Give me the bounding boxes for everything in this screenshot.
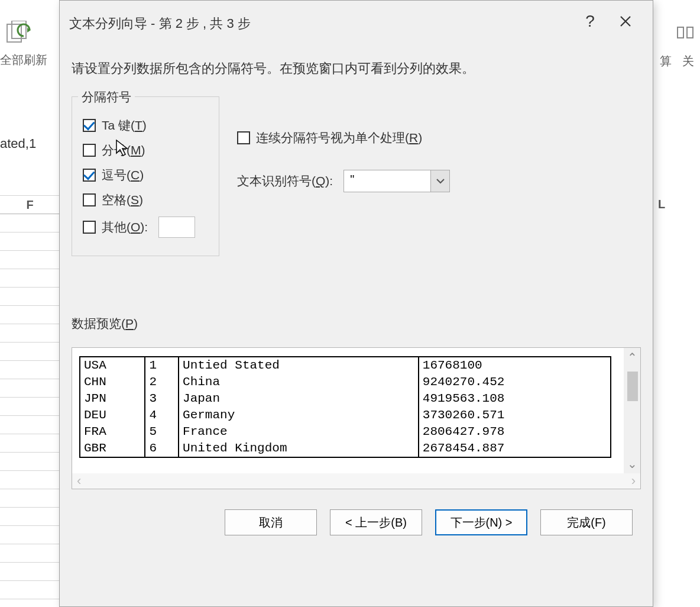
checkbox-tab-label: Ta 键(T) — [102, 117, 147, 134]
preview-horizontal-scrollbar[interactable]: ‹ › — [72, 473, 640, 489]
table-cell: 3730260.571 — [419, 407, 611, 424]
table-row: DEU4Germany3730260.571 — [80, 407, 611, 424]
ribbon-refresh-label[interactable]: 全部刷新 — [0, 52, 47, 68]
table-cell: JPN — [80, 390, 145, 407]
table-cell: USA — [80, 357, 145, 374]
text-to-columns-wizard-dialog: 文本分列向导 - 第 2 步 , 共 3 步 ? 请设置分列数据所包含的分隔符号… — [59, 0, 653, 607]
help-button[interactable]: ? — [572, 7, 608, 36]
next-button[interactable]: 下一步(N) > — [435, 509, 527, 535]
table-cell: 5 — [145, 424, 179, 440]
checkbox-other-label: 其他(O): — [102, 219, 148, 235]
table-row: FRA5France2806427.978 — [80, 424, 611, 440]
other-delimiter-input[interactable] — [158, 217, 195, 238]
table-cell: 4 — [145, 407, 179, 424]
table-cell: United Kingdom — [179, 440, 419, 457]
data-preview-table: USA1Untied Stated16768100CHN2China924027… — [79, 356, 611, 458]
column-header-l[interactable]: L — [656, 195, 667, 214]
scroll-thumb[interactable] — [627, 372, 638, 401]
back-button[interactable]: < 上一步(B) — [330, 509, 422, 535]
checkbox-semicolon-row[interactable]: 分号(M) — [83, 142, 208, 159]
table-cell: 2 — [145, 374, 179, 390]
finish-button[interactable]: 完成(F) — [540, 509, 633, 535]
table-cell: Japan — [179, 390, 419, 407]
dialog-titlebar: 文本分列向导 - 第 2 步 , 共 3 步 ? — [60, 1, 653, 42]
data-preview-label: 数据预览(P) — [72, 315, 641, 332]
formula-bar-fragment: ated,1 — [0, 136, 36, 151]
checkbox-comma-row[interactable]: 逗号(C) — [83, 167, 208, 183]
instruction-text: 请设置分列数据所包含的分隔符号。在预览窗口内可看到分列的效果。 — [72, 60, 641, 78]
svg-rect-1 — [12, 21, 26, 38]
checkbox-tab-row[interactable]: Ta 键(T) — [83, 117, 208, 134]
text-qualifier-value[interactable]: " — [344, 170, 430, 192]
column-header-f[interactable]: F — [0, 196, 60, 214]
ribbon-calc-label[interactable]: 算 — [660, 53, 672, 69]
table-cell: 6 — [145, 440, 179, 457]
checkbox-consecutive[interactable] — [237, 131, 250, 144]
close-button[interactable] — [608, 7, 643, 36]
checkbox-space-row[interactable]: 空格(S) — [83, 192, 208, 208]
ribbon-right-icon — [676, 24, 694, 44]
table-cell: GBR — [80, 440, 145, 457]
table-row: GBR6United Kingdom2678454.887 — [80, 440, 611, 457]
table-row: CHN2China9240270.452 — [80, 374, 611, 390]
table-cell: 9240270.452 — [419, 374, 611, 390]
cancel-button[interactable]: 取消 — [225, 509, 317, 535]
delimiters-group-title: 分隔符号 — [78, 89, 135, 105]
table-cell: Untied Stated — [179, 357, 419, 374]
table-cell: FRA — [80, 424, 145, 440]
checkbox-other[interactable] — [83, 221, 96, 234]
delimiters-group: 分隔符号 Ta 键(T) 分号(M) 逗号(C) — [72, 96, 219, 256]
table-cell: DEU — [80, 407, 145, 424]
spreadsheet-grid[interactable]: F — [0, 195, 60, 599]
table-cell: 4919563.108 — [419, 390, 611, 407]
scroll-right-icon[interactable]: › — [631, 473, 636, 489]
chevron-down-icon[interactable] — [430, 170, 449, 192]
checkbox-consecutive-label: 连续分隔符号视为单个处理(R) — [256, 130, 422, 146]
checkbox-semicolon[interactable] — [83, 144, 96, 157]
checkbox-semicolon-label: 分号(M) — [102, 142, 145, 159]
ribbon-refresh-icon[interactable] — [1, 21, 37, 50]
preview-vertical-scrollbar[interactable]: ⌃ ⌄ — [624, 348, 640, 473]
scroll-left-icon[interactable]: ‹ — [77, 473, 81, 489]
table-cell: France — [179, 424, 419, 440]
checkbox-other-row[interactable]: 其他(O): — [83, 217, 208, 238]
table-cell: 2678454.887 — [419, 440, 611, 457]
svg-rect-3 — [687, 27, 693, 38]
scroll-up-icon[interactable]: ⌃ — [627, 350, 637, 364]
ribbon-rel-label[interactable]: 关 — [682, 53, 694, 69]
text-qualifier-label: 文本识别符号(Q): — [237, 173, 333, 189]
table-cell: 1 — [145, 357, 179, 374]
table-cell: CHN — [80, 374, 145, 390]
checkbox-comma[interactable] — [83, 169, 96, 182]
table-cell: 2806427.978 — [419, 424, 611, 440]
dialog-title: 文本分列向导 - 第 2 步 , 共 3 步 — [69, 10, 572, 33]
svg-rect-2 — [678, 27, 683, 38]
checkbox-consecutive-row[interactable]: 连续分隔符号视为单个处理(R) — [237, 130, 641, 146]
text-qualifier-combobox[interactable]: " — [343, 170, 450, 192]
table-cell: China — [179, 374, 419, 390]
checkbox-space-label: 空格(S) — [102, 192, 143, 208]
table-row: JPN3Japan4919563.108 — [80, 390, 611, 407]
table-row: USA1Untied Stated16768100 — [80, 357, 611, 374]
checkbox-space[interactable] — [83, 193, 96, 206]
checkbox-tab[interactable] — [83, 119, 96, 132]
scroll-down-icon[interactable]: ⌄ — [627, 457, 637, 471]
table-cell: Germany — [179, 407, 419, 424]
checkbox-comma-label: 逗号(C) — [102, 167, 144, 183]
data-preview-box: USA1Untied Stated16768100CHN2China924027… — [72, 347, 641, 489]
table-cell: 16768100 — [419, 357, 611, 374]
table-cell: 3 — [145, 390, 179, 407]
